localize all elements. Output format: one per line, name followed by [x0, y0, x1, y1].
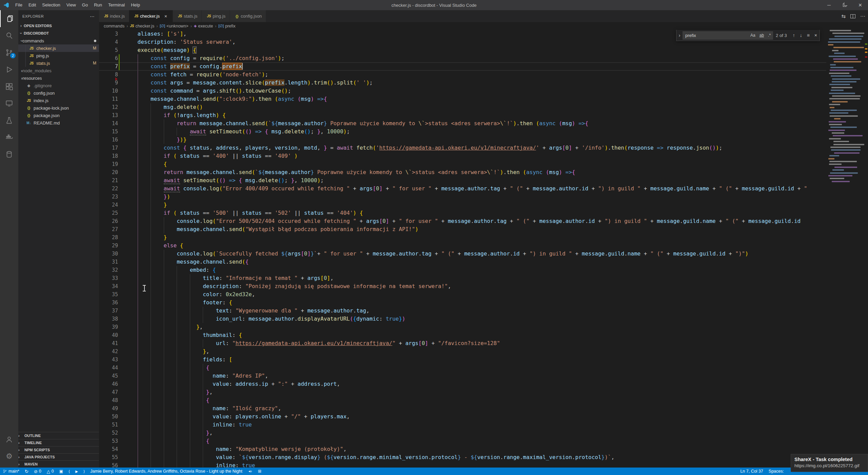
code-line-36[interactable]: 36 footer: {: [99, 299, 826, 307]
minimap[interactable]: [826, 30, 864, 468]
code-line-16[interactable]: 16 })}: [99, 136, 826, 144]
status-board[interactable]: ▣: [57, 468, 66, 475]
previous-match-icon[interactable]: ↑: [793, 33, 795, 38]
code-line-23[interactable]: 23 }): [99, 193, 826, 201]
breadcrumb-item-checker-js[interactable]: JSchecker.js: [130, 24, 154, 28]
code-line-9[interactable]: 9 const args = message.content.slice(pre…: [99, 79, 826, 87]
tab-checker-js[interactable]: JSchecker.js×: [129, 10, 173, 22]
tab-ping-js[interactable]: JSping.js: [202, 10, 230, 22]
code-line-12[interactable]: 12 msg.delete(): [99, 103, 826, 111]
sidebar-item-readme-md[interactable]: M↓README.md: [18, 119, 99, 127]
editor-more-actions-icon[interactable]: ⋯: [860, 13, 865, 19]
section-java-projects[interactable]: ›JAVA PROJECTS: [18, 453, 99, 460]
status-song-8[interactable]: Jamie Berry, Robert Edwards, Andrew Grif…: [87, 468, 245, 475]
activity-search-icon[interactable]: [0, 27, 18, 44]
menu-go[interactable]: Go: [79, 0, 91, 10]
code-line-31[interactable]: 31 message.channel.send({: [99, 258, 826, 266]
overview-ruler[interactable]: [864, 30, 868, 468]
activity-explorer-icon[interactable]: [0, 10, 18, 27]
status-prev[interactable]: ⟨: [66, 468, 73, 475]
menu-edit[interactable]: Edit: [25, 0, 39, 10]
code-editor[interactable]: 3 aliases: ['s'],4 description: 'Status …: [99, 30, 826, 468]
sidebar-more-icon[interactable]: ⋯: [90, 14, 95, 19]
code-line-5[interactable]: 5 execute(message) {: [99, 46, 826, 54]
code-line-35[interactable]: 35 color: 0x2ed32e,: [99, 290, 826, 299]
activity-docker-icon[interactable]: [0, 129, 18, 146]
code-line-40[interactable]: 40 thumbnail: {: [99, 331, 826, 339]
code-line-32[interactable]: 32 embed: {: [99, 266, 826, 274]
status-sync[interactable]: ↻: [22, 468, 31, 475]
code-line-15[interactable]: 15 await setTimeout(() => { msg.delete()…: [99, 128, 826, 136]
code-line-48[interactable]: 48 {: [99, 396, 826, 404]
status-ln-7-col-37[interactable]: Ln 7, Col 37: [737, 468, 766, 475]
code-line-20[interactable]: 20 return message.channel.send(`${messag…: [99, 168, 826, 176]
section-outline[interactable]: ›OUTLINE: [18, 432, 99, 439]
menu-file[interactable]: File: [12, 0, 25, 10]
code-line-55[interactable]: 55 value: `${version.range.display} (${v…: [99, 453, 826, 461]
code-line-38[interactable]: 38 icon_url: message.author.displayAvata…: [99, 315, 826, 323]
code-line-17[interactable]: 17 const { status, address, players, ver…: [99, 144, 826, 152]
status-errors[interactable]: ⊘0: [31, 468, 44, 475]
code-line-26[interactable]: 26 console.log("Error 500/502/404 occure…: [99, 217, 826, 225]
sidebar-item-package-json[interactable]: {}package.json: [18, 112, 99, 119]
activity-accounts-icon[interactable]: [0, 431, 18, 448]
whole-word-icon[interactable]: ab: [758, 33, 765, 38]
root-folder-discordbot[interactable]: ›DISCORDBOT: [18, 30, 99, 37]
code-line-34[interactable]: 34 description: "Poniżej znajdują się po…: [99, 282, 826, 290]
activity-settings-icon[interactable]: ⚙: [0, 448, 18, 465]
status-next[interactable]: ⟩: [81, 468, 87, 475]
code-line-37[interactable]: 37 text: "Wygenerowane dla " + message.a…: [99, 307, 826, 315]
menu-selection[interactable]: Selection: [39, 0, 63, 10]
code-line-10[interactable]: 10 const command = args.shift().toLowerC…: [99, 87, 826, 95]
code-line-29[interactable]: 29 else {: [99, 242, 826, 250]
activity-source-control-icon[interactable]: 2: [0, 44, 18, 61]
code-line-45[interactable]: 45 name: "Adres IP",: [99, 372, 826, 380]
activity-extensions-icon[interactable]: [0, 78, 18, 95]
code-line-54[interactable]: 54 name: "Kompatybline wersje (protokoły…: [99, 445, 826, 453]
close-tab-icon[interactable]: ×: [163, 14, 169, 19]
code-line-53[interactable]: 53 {: [99, 437, 826, 445]
sharex-notification[interactable]: ShareX - Task completed https://img.co.p…: [791, 454, 868, 472]
open-changes-icon[interactable]: ⇆: [841, 13, 846, 19]
status-branch[interactable]: main*: [0, 468, 22, 475]
sidebar-item--gitignore[interactable]: ◆.gitignore: [18, 82, 99, 89]
code-line-28[interactable]: 28 }: [99, 233, 826, 242]
menu-help[interactable]: Help: [128, 0, 143, 10]
code-line-41[interactable]: 41 url: "https://gamedata-api.okaeri.eu/…: [99, 339, 826, 347]
code-line-46[interactable]: 46 value: address.ip + ":" + address.por…: [99, 380, 826, 388]
sidebar-item-package-lock-json[interactable]: {}package-lock.json: [18, 104, 99, 112]
code-line-33[interactable]: 33 title: "Informacje na temat " + args[…: [99, 274, 826, 282]
code-line-8[interactable]: 8 const fetch = require('node-fetch');: [99, 71, 826, 79]
code-line-49[interactable]: 49 name: "Ilość graczy",: [99, 404, 826, 413]
code-line-42[interactable]: 42 },: [99, 347, 826, 356]
code-line-51[interactable]: 51 inline: true: [99, 421, 826, 429]
next-match-icon[interactable]: ↓: [800, 33, 802, 38]
sidebar-item-commands[interactable]: ›commands: [18, 37, 99, 44]
status-spaces-[interactable]: Spaces:: [766, 468, 787, 475]
code-line-52[interactable]: 52 },: [99, 429, 826, 437]
code-line-44[interactable]: 44 {: [99, 364, 826, 372]
section-timeline[interactable]: ›TIMELINE: [18, 439, 99, 446]
section-npm-scripts[interactable]: ›NPM SCRIPTS: [18, 446, 99, 453]
code-line-7[interactable]: 7 const prefix = config.prefix: [99, 62, 826, 71]
find-input[interactable]: prefix Aa ab .*: [683, 31, 773, 40]
sidebar-item-index-js[interactable]: JSindex.js: [18, 97, 99, 104]
restore-icon[interactable]: [837, 0, 852, 10]
sidebar-item-config-json[interactable]: {}config.json: [18, 89, 99, 97]
sidebar-item-ping-js[interactable]: JSping.js: [18, 52, 99, 59]
menu-view[interactable]: View: [63, 0, 79, 10]
status-play[interactable]: ▶: [73, 468, 81, 475]
code-line-39[interactable]: 39 },: [99, 323, 826, 331]
code-line-11[interactable]: 11 message.channel.send(":clock9:").then…: [99, 95, 826, 103]
status-speaker[interactable]: [245, 468, 255, 475]
breadcrumb-item-execute[interactable]: ◈execute: [194, 24, 213, 28]
status-grid[interactable]: ⊞: [255, 468, 264, 475]
code-line-50[interactable]: 50 value: players.online + "/" + players…: [99, 413, 826, 421]
status-warnings[interactable]: △0: [44, 468, 57, 475]
sidebar-item-node-modules[interactable]: ›node_modules: [18, 67, 99, 74]
code-line-19[interactable]: 19 {: [99, 160, 826, 168]
split-editor-icon[interactable]: [850, 14, 855, 18]
menu-run[interactable]: Run: [91, 0, 105, 10]
open-editors-section[interactable]: ›OPEN EDITORS: [18, 22, 99, 30]
code-line-21[interactable]: 21 await setTimeout(() => { msg.delete()…: [99, 176, 826, 185]
